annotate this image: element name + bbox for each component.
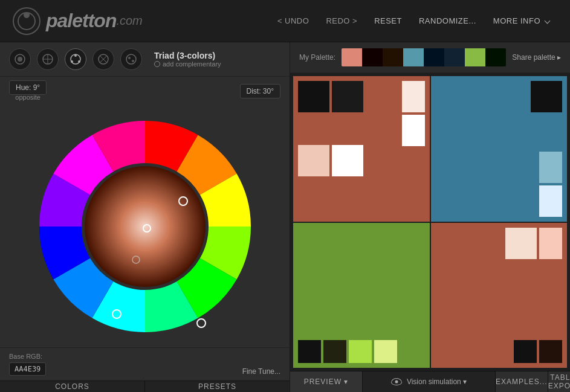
vision-simulation-toggle[interactable]: Vision simulation ▾ bbox=[363, 371, 496, 392]
topbar: paletton .com < UNDO REDO > RESET RANDOM… bbox=[0, 0, 570, 42]
swatch-q2-black1[interactable] bbox=[531, 81, 562, 112]
complementary-circle-icon bbox=[154, 61, 160, 67]
swatch-q3-black1[interactable] bbox=[298, 340, 321, 363]
svg-point-9 bbox=[74, 54, 77, 57]
more-info-chevron-icon bbox=[545, 18, 551, 24]
bottom-row: Base RGB: AA4E39 Fine Tune... bbox=[0, 347, 290, 381]
opposite-label: Hue: 9° opposite bbox=[9, 82, 47, 101]
eye-icon bbox=[391, 378, 402, 385]
svg-point-10 bbox=[78, 60, 80, 63]
swatch-q1-tiny1[interactable] bbox=[402, 81, 425, 112]
swatch-q1-black1[interactable] bbox=[298, 81, 329, 112]
wheel-container[interactable] bbox=[0, 106, 290, 347]
svg-point-2 bbox=[24, 12, 30, 18]
scheme-icon-tetrad[interactable] bbox=[92, 48, 114, 70]
swatch-q4-black1[interactable] bbox=[514, 340, 537, 363]
logo: paletton .com bbox=[12, 7, 143, 36]
scheme-title: Triad (3-colors) bbox=[154, 51, 221, 60]
swatch-q3 bbox=[293, 223, 430, 368]
palette-color-5[interactable] bbox=[424, 48, 444, 66]
swatch-q3-black2[interactable] bbox=[323, 340, 346, 363]
right-panel: My Palette: Share palette ▸ bbox=[290, 42, 570, 392]
vision-simulation-label: Vision simulation ▾ bbox=[407, 378, 467, 386]
swatch-q1 bbox=[293, 76, 430, 222]
palette-label: My Palette: bbox=[299, 53, 335, 62]
hue-badge[interactable]: Hue: 9° bbox=[9, 80, 47, 95]
palette-color-4[interactable] bbox=[403, 48, 424, 66]
swatch-q2-tiny2[interactable] bbox=[539, 185, 562, 217]
palette-color-8[interactable] bbox=[485, 48, 506, 66]
examples-button[interactable]: EXAMPLES... bbox=[496, 371, 548, 392]
main: Triad (3-colors) add complementary Hue: … bbox=[0, 42, 570, 392]
palette-color-3[interactable] bbox=[383, 48, 403, 66]
svg-point-15 bbox=[126, 54, 136, 64]
palette-color-6[interactable] bbox=[444, 48, 465, 66]
swatch-q4-black2[interactable] bbox=[539, 340, 562, 363]
scheme-icon-mono[interactable] bbox=[9, 48, 31, 70]
scheme-icon-triad[interactable] bbox=[65, 48, 86, 70]
presets-tab[interactable]: PRESETS bbox=[145, 381, 290, 392]
redo-button[interactable]: REDO > bbox=[317, 11, 366, 30]
logo-domain: .com bbox=[116, 14, 142, 28]
svg-point-4 bbox=[18, 57, 22, 62]
base-rgb-label: Base RGB: bbox=[9, 353, 46, 360]
color-wheel[interactable] bbox=[30, 112, 260, 341]
svg-point-11 bbox=[71, 60, 73, 63]
wheel-svg bbox=[30, 112, 260, 341]
controls-row: Hue: 9° opposite Dist: 30° bbox=[0, 77, 290, 106]
palette-row: My Palette: Share palette ▸ bbox=[290, 42, 570, 73]
right-footer: PREVIEW ▾ Vision simulation ▾ EXAMPLES..… bbox=[290, 371, 570, 392]
scheme-icon-adjacent[interactable] bbox=[37, 48, 59, 70]
palette-strip bbox=[342, 48, 506, 66]
left-footer: COLORS PRESETS bbox=[0, 381, 290, 392]
swatch-q2 bbox=[431, 76, 568, 222]
svg-point-17 bbox=[132, 60, 134, 62]
svg-point-0 bbox=[13, 8, 40, 34]
randomize-button[interactable]: RANDOMIZE... bbox=[410, 11, 485, 30]
swatch-q1-tiny2[interactable] bbox=[402, 115, 425, 146]
swatch-q2-tiny1[interactable] bbox=[539, 152, 562, 183]
tables-export-button[interactable]: TABLES / EXPORT... bbox=[548, 371, 570, 392]
swatch-q4 bbox=[431, 223, 568, 368]
wheel-dot-green[interactable] bbox=[197, 319, 206, 327]
add-complementary-toggle[interactable]: add complementary bbox=[154, 60, 221, 68]
scheme-icon-free[interactable] bbox=[120, 48, 142, 70]
palette-color-7[interactable] bbox=[465, 48, 485, 66]
swatch-area bbox=[290, 73, 570, 371]
swatch-q3-green1[interactable] bbox=[349, 340, 372, 363]
preview-button[interactable]: PREVIEW ▾ bbox=[290, 371, 363, 392]
swatch-q4-light1[interactable] bbox=[505, 228, 537, 259]
logo-icon bbox=[12, 7, 41, 36]
palette-color-2[interactable] bbox=[362, 48, 383, 66]
fine-tune-button[interactable]: Fine Tune... bbox=[242, 367, 280, 376]
colors-tab[interactable]: COLORS bbox=[0, 381, 145, 392]
left-panel: Triad (3-colors) add complementary Hue: … bbox=[0, 42, 290, 392]
svg-point-16 bbox=[128, 57, 131, 59]
more-info-button[interactable]: MORE INFO bbox=[485, 11, 558, 30]
scheme-selector: Triad (3-colors) add complementary bbox=[0, 42, 290, 77]
dist-badge[interactable]: Dist: 30° bbox=[240, 84, 280, 98]
base-rgb-input[interactable]: AA4E39 bbox=[9, 362, 46, 376]
palette-color-1[interactable] bbox=[342, 48, 362, 66]
swatch-q1-black2[interactable] bbox=[332, 81, 363, 112]
share-palette-button[interactable]: Share palette ▸ bbox=[512, 53, 561, 62]
scheme-name-block: Triad (3-colors) add complementary bbox=[154, 51, 221, 68]
swatch-q1-small2[interactable] bbox=[332, 145, 363, 176]
swatch-q4-light2[interactable] bbox=[539, 228, 562, 259]
reset-button[interactable]: RESET bbox=[366, 11, 410, 30]
swatch-q3-green2[interactable] bbox=[374, 340, 397, 363]
swatch-q1-small1[interactable] bbox=[298, 145, 329, 176]
undo-button[interactable]: < UNDO bbox=[269, 11, 317, 30]
logo-wordmark: paletton bbox=[46, 10, 116, 32]
